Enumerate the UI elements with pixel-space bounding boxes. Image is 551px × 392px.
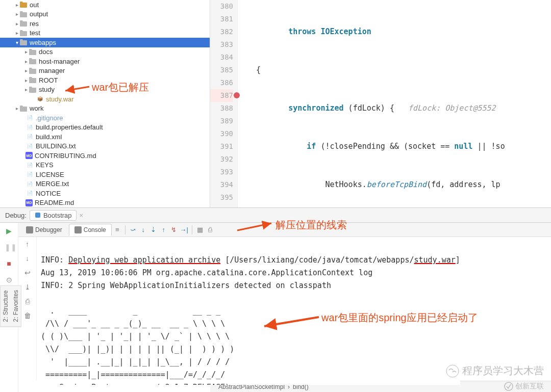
line-number[interactable]: 383 [210, 38, 233, 51]
tree-item[interactable]: 📄MERGE.txt [0, 179, 210, 189]
folder-icon [19, 39, 28, 46]
tree-label: out [30, 1, 39, 9]
tree-item[interactable]: 📄BUILDING.txt [0, 142, 210, 151]
tree-item[interactable]: 📄build.xml [0, 132, 210, 142]
scroll-end-icon[interactable]: ⤓ [24, 283, 31, 291]
file-icon: 📄 [26, 143, 34, 150]
line-number[interactable]: 385 [210, 64, 233, 76]
tree-item[interactable]: 📄build.properties.default [0, 123, 210, 133]
tab-debugger[interactable]: Debugger [20, 224, 68, 236]
tree-item[interactable]: ▸docs [0, 47, 210, 57]
expand-icon[interactable]: ▾ [14, 40, 19, 45]
expand-icon[interactable]: ▸ [23, 68, 29, 73]
line-number[interactable]: 389 [210, 115, 233, 127]
file-icon: 📄 [26, 171, 34, 178]
line-number[interactable]: 394 [210, 178, 233, 191]
tree-item[interactable]: ▸ROOT [0, 75, 210, 85]
line-number[interactable]: 380 [210, 0, 233, 13]
tree-item[interactable]: ▾webapps [0, 38, 210, 47]
line-number[interactable]: 387 [210, 89, 233, 102]
line-number[interactable]: 392 [210, 153, 233, 166]
tree-item[interactable]: 📄NOTICE [0, 189, 210, 198]
line-number[interactable]: 388 [210, 102, 233, 115]
line-number[interactable]: 386 [210, 76, 233, 89]
tree-item[interactable]: 📄LICENSE [0, 170, 210, 179]
expand-icon[interactable]: ▸ [23, 49, 29, 55]
force-step-into-icon[interactable]: ⇣ [149, 226, 158, 233]
console-output[interactable]: INFO: Deploying web application archive … [37, 237, 460, 385]
folder-icon [19, 11, 28, 18]
trace-icon[interactable]: ⎙ [206, 226, 215, 233]
drop-frame-icon[interactable]: ↯ [169, 226, 179, 233]
line-number[interactable]: 382 [210, 25, 233, 38]
soft-wrap-icon[interactable]: ↩ [24, 269, 31, 277]
threads-icon[interactable]: ≡ [113, 226, 122, 233]
tree-item[interactable]: MDCONTRIBUTING.md [0, 151, 210, 161]
expand-icon[interactable]: ▸ [14, 21, 19, 27]
line-number[interactable]: 384 [210, 51, 233, 64]
tree-item[interactable]: MDREADME.md [0, 198, 210, 208]
tree-item[interactable]: 📄KEYS [0, 161, 210, 170]
pause-icon[interactable]: ❚❚ [5, 243, 14, 252]
expand-icon[interactable]: ▸ [23, 59, 29, 64]
stop-icon[interactable]: ■ [5, 259, 14, 269]
up-icon[interactable]: ↑ [26, 240, 29, 248]
run-config[interactable]: Bootstrap [30, 210, 77, 221]
step-into-icon[interactable]: ↓ [139, 226, 148, 233]
expand-icon[interactable]: ▸ [14, 106, 19, 111]
view-breakpoints-icon[interactable]: ⊙ [5, 276, 14, 285]
tree-label: MERGE.txt [36, 180, 69, 188]
clear-icon[interactable]: 🗑 [24, 311, 31, 320]
folder-icon [19, 1, 28, 8]
tab-structure[interactable]: 2: Structure [1, 286, 11, 327]
line-number[interactable]: 381 [210, 13, 233, 25]
line-number[interactable]: 391 [210, 140, 233, 153]
project-tree: ▸out▸output▸res▸test▾webapps▸docs▸host-m… [0, 0, 210, 207]
step-over-icon[interactable]: ⤻ [129, 226, 138, 233]
evaluate-icon[interactable]: ▦ [195, 226, 205, 233]
tree-label: CONTRIBUTING.md [35, 152, 96, 160]
md-icon: MD [26, 199, 33, 206]
folder-icon [19, 30, 28, 37]
print-icon[interactable]: ⎙ [26, 297, 30, 305]
resume-icon[interactable]: ▶ [5, 227, 14, 236]
line-number[interactable]: 393 [210, 166, 233, 178]
tree-item[interactable]: ▸host-manager [0, 57, 210, 66]
watermark-company: 创新互联 [504, 382, 544, 391]
tab-console[interactable]: Console [69, 224, 112, 236]
tree-item[interactable]: ▸test [0, 29, 210, 38]
tab-favorites[interactable]: 2: Favorites [11, 286, 21, 327]
tree-item[interactable]: 📦study.war [0, 94, 210, 104]
line-number[interactable]: 390 [210, 127, 233, 140]
expand-icon[interactable]: ▸ [23, 87, 29, 92]
tree-item[interactable]: ▸res [0, 19, 210, 29]
expand-icon[interactable]: ▸ [23, 77, 29, 83]
tree-label: BUILDING.txt [36, 142, 76, 150]
tree-label: webapps [30, 39, 56, 46]
file-icon: 📄 [26, 190, 34, 197]
md-icon: MD [26, 152, 33, 159]
file-icon: 📄 [26, 162, 34, 169]
tree-item[interactable]: ▸out [0, 0, 210, 10]
watermark-wechat: 程序员学习大木营 [446, 364, 544, 378]
tree-label: work [30, 104, 43, 112]
breakpoint-icon[interactable] [234, 92, 240, 98]
file-icon: 📄 [26, 180, 34, 188]
tree-item[interactable]: 📄.gitignore [0, 113, 210, 123]
tree-label: test [30, 29, 40, 37]
close-icon[interactable]: × [80, 212, 84, 219]
tree-item[interactable]: ▸study [0, 85, 210, 95]
expand-icon[interactable]: ▸ [14, 30, 19, 36]
run-to-cursor-icon[interactable]: →| [180, 226, 189, 233]
tree-item[interactable]: ▸manager [0, 66, 210, 76]
step-out-icon[interactable]: ↑ [159, 226, 168, 233]
tree-label: KEYS [36, 161, 54, 169]
folder-icon [19, 20, 28, 27]
expand-icon[interactable]: ▸ [14, 2, 19, 8]
tree-item[interactable]: ▸output [0, 10, 210, 19]
down-icon[interactable]: ↓ [26, 254, 29, 263]
expand-icon[interactable]: ▸ [14, 11, 19, 17]
tree-item[interactable]: ▸work [0, 104, 210, 114]
tree-label: output [30, 10, 48, 18]
line-number[interactable]: 395 [210, 191, 233, 204]
